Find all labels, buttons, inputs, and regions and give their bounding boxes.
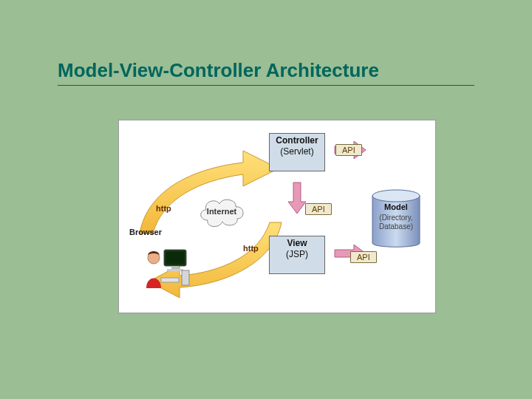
- svg-rect-6: [161, 278, 179, 282]
- diagram-canvas: Controller (Servlet) View (JSP) Model (D…: [118, 120, 436, 313]
- arrow-controller-to-view: [288, 181, 306, 214]
- browser-label: Browser: [129, 228, 162, 236]
- http-label-2: http: [243, 244, 259, 253]
- svg-rect-2: [166, 252, 184, 264]
- user-icon: [145, 245, 191, 290]
- view-label: View: [270, 238, 324, 248]
- controller-label: Controller: [270, 135, 324, 146]
- http-label-1: http: [156, 204, 171, 213]
- internet-cloud: Internet: [197, 194, 246, 229]
- api-tag-view: API: [350, 251, 377, 263]
- view-box: View (JSP): [269, 236, 325, 274]
- page-title: Model-View-Controller Architecture: [58, 59, 379, 82]
- model-cylinder: Model (Directory, Database): [369, 187, 423, 252]
- api-tag-controller: API: [335, 144, 362, 156]
- svg-point-0: [372, 190, 420, 202]
- view-impl: (JSP): [270, 249, 324, 259]
- model-detail-2: Database): [379, 222, 413, 231]
- model-detail-1: (Directory,: [379, 214, 412, 222]
- svg-rect-3: [171, 266, 179, 269]
- model-label: Model: [369, 202, 423, 211]
- controller-box: Controller (Servlet): [269, 133, 325, 171]
- title-underline: [58, 85, 474, 86]
- internet-label: Internet: [197, 194, 246, 229]
- model-detail: (Directory, Database): [369, 214, 423, 231]
- api-tag-middle: API: [305, 203, 332, 215]
- svg-rect-4: [167, 269, 183, 271]
- controller-impl: (Servlet): [270, 146, 324, 157]
- svg-rect-5: [182, 270, 189, 285]
